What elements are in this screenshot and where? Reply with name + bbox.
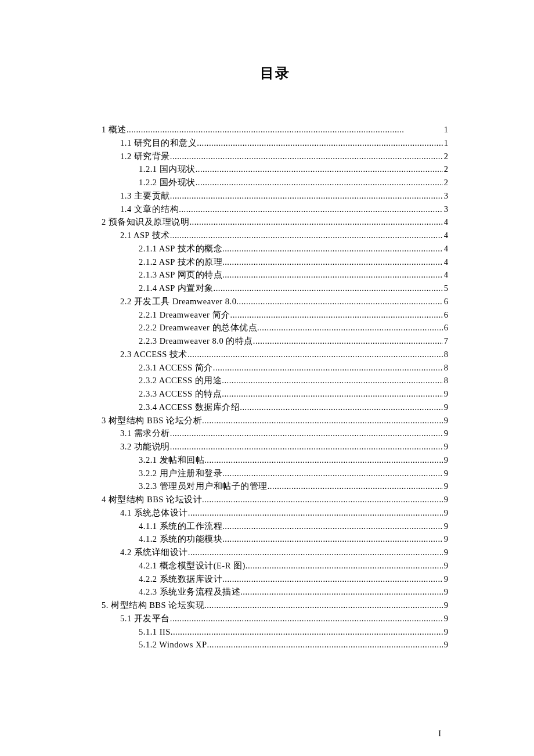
toc-leader-dots — [222, 573, 443, 586]
toc-entry-label: 2.1.3 ASP 网页的特点 — [139, 268, 222, 282]
toc-entry[interactable]: 5.1.1 IIS9 — [102, 625, 448, 639]
toc-entry-page: 9 — [443, 625, 448, 639]
toc-entry-page: 4 — [443, 268, 448, 282]
toc-entry-page: 4 — [443, 255, 448, 269]
toc-entry-label: 1.2.2 国外现状 — [139, 176, 196, 189]
toc-entry[interactable]: 3.2.3 管理员对用户和帖子的管理9 — [102, 480, 448, 493]
toc-leader-dots — [236, 295, 442, 308]
toc-entry-label: 2.3.4 ACCESS 数据库介绍 — [139, 401, 240, 414]
toc-entry-page: 9 — [443, 638, 448, 651]
toc-container: 1 概述 11.1 研究目的和意义 11.2 研究背景 21.2.1 国内现状 … — [102, 123, 448, 651]
toc-entry-page: 9 — [443, 427, 448, 440]
toc-entry[interactable]: 3 树型结构 BBS 论坛分析9 — [102, 414, 448, 427]
toc-entry-page: 9 — [443, 585, 448, 599]
toc-leader-dots — [170, 612, 443, 625]
toc-leader-dots — [202, 414, 443, 427]
toc-entry-page: 4 — [443, 215, 448, 229]
page-number: I — [438, 729, 441, 739]
toc-entry[interactable]: 2.3.3 ACCESS 的特点 9 — [102, 387, 448, 401]
toc-entry[interactable]: 4.2.2 系统数据库设计 9 — [102, 573, 448, 586]
toc-entry[interactable]: 2.1.4 ASP 内置对象 5 — [102, 282, 448, 295]
toc-entry[interactable]: 3.2.1 发帖和回帖9 — [102, 453, 448, 467]
toc-entry[interactable]: 2.3.4 ACCESS 数据库介绍 9 — [102, 401, 448, 414]
toc-leader-dots — [240, 585, 443, 599]
toc-entry[interactable]: 2.1.1 ASP 技术的概念 4 — [102, 242, 448, 255]
toc-entry[interactable]: 1.3 主要贡献 3 — [102, 189, 448, 203]
toc-entry[interactable]: 3.2 功能说明 9 — [102, 440, 448, 453]
toc-entry[interactable]: 2.1 ASP 技术 4 — [102, 229, 448, 242]
toc-leader-dots — [207, 638, 443, 651]
toc-entry-page: 1 — [443, 136, 448, 150]
toc-entry-label: 1.4 文章的结构 — [120, 203, 179, 216]
toc-entry[interactable]: 4.1.2 系统的功能模块 9 — [102, 532, 448, 546]
toc-entry[interactable]: 2.2.2 Dreamweaver 的总体优点6 — [102, 321, 448, 334]
toc-entry[interactable]: 5. 树型结构 BBS 论坛实现9 — [102, 599, 448, 612]
toc-entry-label: 5.1 开发平台 — [120, 612, 170, 625]
toc-entry[interactable]: 2 预备知识及原理说明 4 — [102, 215, 448, 229]
toc-entry-page: 9 — [443, 599, 448, 612]
toc-entry-label: 3.2 功能说明 — [120, 440, 170, 453]
toc-entry[interactable]: 4.2 系统详细设计 9 — [102, 546, 448, 559]
toc-entry-page: 9 — [443, 467, 448, 480]
toc-leader-dots — [230, 308, 443, 322]
toc-leader-dots — [196, 163, 443, 176]
toc-entry-label: 2.3 ACCESS 技术 — [120, 348, 187, 361]
toc-entry[interactable]: 2.1.2 ASP 技术的原理 4 — [102, 255, 448, 269]
toc-leader-dots — [196, 176, 443, 189]
toc-entry-label: 1.1 研究目的和意义 — [120, 136, 197, 150]
toc-entry[interactable]: 3.2.2 用户注册和登录9 — [102, 467, 448, 480]
toc-leader-dots — [170, 440, 443, 453]
toc-leader-dots — [188, 546, 443, 559]
toc-leader-dots — [202, 493, 443, 506]
toc-entry-page: 9 — [443, 612, 448, 625]
toc-entry[interactable]: 1.2 研究背景 2 — [102, 150, 448, 163]
toc-entry-page: 8 — [443, 348, 448, 361]
toc-entry-label: 4 树型结构 BBS 论坛设计 — [102, 493, 202, 506]
toc-entry-label: 1.2 研究背景 — [120, 150, 170, 163]
toc-entry[interactable]: 3.1 需求分析 9 — [102, 427, 448, 440]
toc-leader-dots — [214, 282, 443, 295]
toc-entry[interactable]: 2.3 ACCESS 技术 8 — [102, 348, 448, 361]
toc-leader-dots — [197, 136, 443, 150]
toc-entry-label: 3.2.3 管理员对用户和帖子的管理 — [139, 480, 268, 493]
toc-entry[interactable]: 4.2.1 概念模型设计(E-R 图)9 — [102, 559, 448, 573]
toc-entry[interactable]: 2.2.1 Dreamweaver 简介6 — [102, 308, 448, 322]
toc-entry[interactable]: 1.1 研究目的和意义 1 — [102, 136, 448, 150]
toc-leader-dots — [222, 242, 443, 255]
toc-entry[interactable]: 1.2.1 国内现状 2 — [102, 163, 448, 176]
toc-entry-page: 9 — [443, 453, 448, 467]
toc-entry[interactable]: 2.2.3 Dreamweaver 8.0 的特点 7 — [102, 334, 448, 348]
toc-leader-dots — [204, 599, 443, 612]
toc-entry[interactable]: 4.2.3 系统业务流程及描述 9 — [102, 585, 448, 599]
toc-entry[interactable]: 5.1.2 Windows XP9 — [102, 638, 448, 651]
toc-leader-dots — [222, 520, 443, 533]
toc-entry-page: 5 — [443, 282, 448, 295]
toc-entry-label: 5.1.2 Windows XP — [139, 638, 207, 651]
toc-leader-dots — [246, 559, 443, 573]
toc-entry[interactable]: 1 概述 1 — [102, 123, 448, 136]
toc-leader-dots — [204, 453, 443, 467]
toc-entry-page: 6 — [443, 295, 448, 308]
toc-entry[interactable]: 1.2.2 国外现状 2 — [102, 176, 448, 189]
toc-entry[interactable]: 4.1 系统总体设计 9 — [102, 506, 448, 520]
toc-entry[interactable]: 4 树型结构 BBS 论坛设计9 — [102, 493, 448, 506]
toc-entry-label: 5.1.1 IIS — [139, 625, 171, 639]
toc-entry[interactable]: 2.2 开发工具 Dreamweaver 8.06 — [102, 295, 448, 308]
toc-entry-page: 9 — [443, 493, 448, 506]
toc-leader-dots — [213, 361, 443, 375]
toc-leader-dots — [170, 150, 443, 163]
toc-entry[interactable]: 2.3.1 ACCESS 简介 8 — [102, 361, 448, 375]
toc-title: 目录 — [102, 64, 448, 82]
toc-entry-page: 9 — [443, 520, 448, 533]
toc-entry[interactable]: 1.4 文章的结构 3 — [102, 203, 448, 216]
toc-leader-dots — [222, 268, 443, 282]
toc-entry-label: 4.2 系统详细设计 — [120, 546, 188, 559]
toc-entry-page: 7 — [443, 334, 448, 348]
toc-entry[interactable]: 2.3.2 ACCESS 的用途 8 — [102, 374, 448, 387]
toc-entry-page: 9 — [443, 573, 448, 586]
toc-entry[interactable]: 5.1 开发平台 9 — [102, 612, 448, 625]
toc-entry-label: 2.3.3 ACCESS 的特点 — [139, 387, 222, 401]
toc-entry[interactable]: 2.1.3 ASP 网页的特点 4 — [102, 268, 448, 282]
toc-entry-page: 6 — [443, 308, 448, 322]
toc-entry[interactable]: 4.1.1 系统的工作流程 9 — [102, 520, 448, 533]
